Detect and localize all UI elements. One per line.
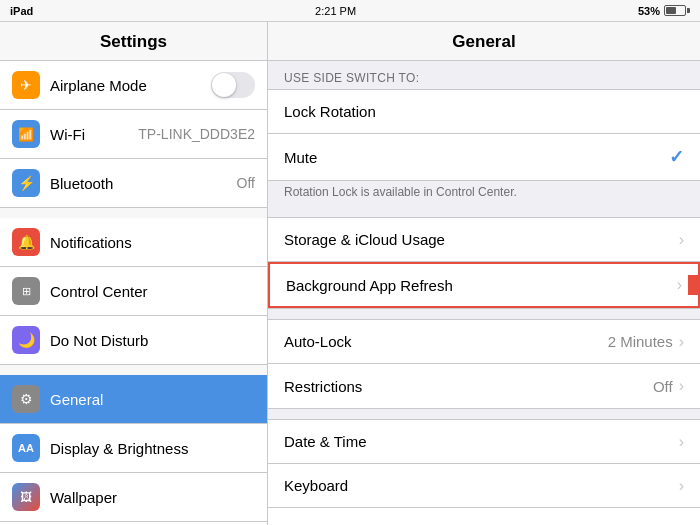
autolock-restrictions-group: Auto-Lock 2 Minutes › Restrictions Off ›	[268, 319, 700, 409]
lock-rotation-row[interactable]: Lock Rotation	[268, 90, 700, 134]
sidebar-item-do-not-disturb[interactable]: 🌙 Do Not Disturb	[0, 316, 267, 365]
keyboard-chevron: ›	[679, 477, 684, 495]
battery-percent: 53%	[638, 5, 660, 17]
sidebar-item-airplane-mode[interactable]: ✈ Airplane Mode	[0, 61, 267, 110]
sidebar-title: Settings	[0, 22, 267, 61]
lock-rotation-label: Lock Rotation	[284, 103, 684, 120]
date-keyboard-language-group: Date & Time › Keyboard › Language & Regi…	[268, 419, 700, 525]
language-region-row[interactable]: Language & Region ›	[268, 508, 700, 525]
background-app-refresh-label: Background App Refresh	[286, 277, 677, 294]
auto-lock-value: 2 Minutes	[608, 333, 673, 350]
notifications-label: Notifications	[50, 234, 255, 251]
keyboard-row[interactable]: Keyboard ›	[268, 464, 700, 508]
airplane-mode-toggle[interactable]	[211, 72, 255, 98]
airplane-mode-icon: ✈	[12, 71, 40, 99]
sidebar-item-display[interactable]: AA Display & Brightness	[0, 424, 267, 473]
wallpaper-label: Wallpaper	[50, 489, 255, 506]
date-time-row[interactable]: Date & Time ›	[268, 420, 700, 464]
rotation-note: Rotation Lock is available in Control Ce…	[268, 181, 700, 207]
content-title: General	[268, 22, 700, 61]
control-center-icon: ⊞	[12, 277, 40, 305]
bluetooth-value: Off	[237, 175, 255, 191]
date-time-label: Date & Time	[284, 433, 679, 450]
status-indicators: 53%	[638, 5, 690, 17]
restrictions-value: Off	[653, 378, 673, 395]
device-label: iPad	[10, 5, 33, 17]
storage-group: Storage & iCloud Usage › Background App …	[268, 217, 700, 309]
control-center-label: Control Center	[50, 283, 255, 300]
status-bar: iPad 2:21 PM 53%	[0, 0, 700, 22]
restrictions-chevron: ›	[679, 377, 684, 395]
sidebar-item-bluetooth[interactable]: ⚡ Bluetooth Off	[0, 159, 267, 208]
background-app-refresh-row[interactable]: Background App Refresh ›	[268, 262, 700, 308]
mute-checkmark: ✓	[669, 146, 684, 168]
wifi-label: Wi-Fi	[50, 126, 138, 143]
airplane-mode-label: Airplane Mode	[50, 77, 211, 94]
restrictions-label: Restrictions	[284, 378, 653, 395]
red-arrow-icon	[688, 265, 700, 305]
sidebar-item-general[interactable]: ⚙ General	[0, 375, 267, 424]
content-area: General USE SIDE SWITCH TO: Lock Rotatio…	[268, 22, 700, 525]
storage-label: Storage & iCloud Usage	[284, 231, 679, 248]
wifi-icon: 📶	[12, 120, 40, 148]
auto-lock-row[interactable]: Auto-Lock 2 Minutes ›	[268, 320, 700, 364]
sidebar-item-wifi[interactable]: 📶 Wi-Fi TP-LINK_DDD3E2	[0, 110, 267, 159]
display-icon: AA	[12, 434, 40, 462]
restrictions-row[interactable]: Restrictions Off ›	[268, 364, 700, 408]
sidebar-item-notifications[interactable]: 🔔 Notifications	[0, 218, 267, 267]
sidebar-item-wallpaper[interactable]: 🖼 Wallpaper	[0, 473, 267, 522]
storage-row[interactable]: Storage & iCloud Usage ›	[268, 218, 700, 262]
keyboard-label: Keyboard	[284, 477, 679, 494]
main-container: Settings ✈ Airplane Mode 📶 Wi-Fi TP-LINK…	[0, 22, 700, 525]
general-icon: ⚙	[12, 385, 40, 413]
wallpaper-icon: 🖼	[12, 483, 40, 511]
date-time-chevron: ›	[679, 433, 684, 451]
svg-marker-0	[688, 265, 700, 305]
mute-row[interactable]: Mute ✓	[268, 134, 700, 180]
notifications-icon: 🔔	[12, 228, 40, 256]
side-switch-header: USE SIDE SWITCH TO:	[268, 61, 700, 89]
general-label: General	[50, 391, 255, 408]
bluetooth-label: Bluetooth	[50, 175, 237, 192]
time-display: 2:21 PM	[315, 5, 356, 17]
background-app-refresh-chevron: ›	[677, 276, 682, 294]
do-not-disturb-label: Do Not Disturb	[50, 332, 255, 349]
battery-icon	[664, 5, 690, 16]
sidebar: Settings ✈ Airplane Mode 📶 Wi-Fi TP-LINK…	[0, 22, 268, 525]
auto-lock-chevron: ›	[679, 333, 684, 351]
sidebar-item-control-center[interactable]: ⊞ Control Center	[0, 267, 267, 316]
mute-label: Mute	[284, 149, 669, 166]
language-region-label: Language & Region	[284, 522, 679, 526]
wifi-value: TP-LINK_DDD3E2	[138, 126, 255, 142]
side-switch-group: Lock Rotation Mute ✓	[268, 89, 700, 181]
display-label: Display & Brightness	[50, 440, 255, 457]
storage-chevron: ›	[679, 231, 684, 249]
do-not-disturb-icon: 🌙	[12, 326, 40, 354]
language-region-chevron: ›	[679, 521, 684, 525]
bluetooth-icon: ⚡	[12, 169, 40, 197]
auto-lock-label: Auto-Lock	[284, 333, 608, 350]
